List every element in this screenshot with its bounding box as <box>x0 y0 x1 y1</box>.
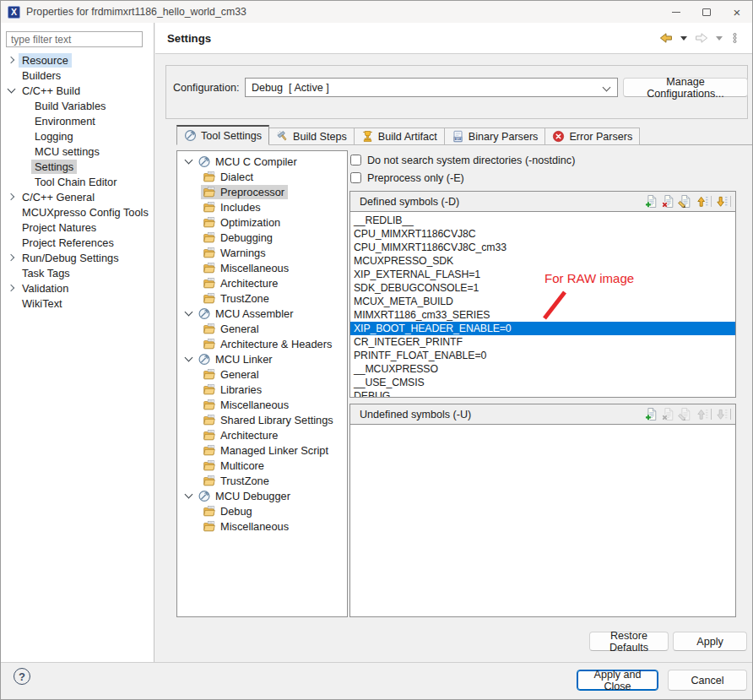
close-button[interactable]: × <box>722 1 752 23</box>
chevron-down-icon[interactable] <box>4 84 19 97</box>
tool-tree-item-mcu-linker[interactable]: MCU Linker <box>177 351 347 366</box>
apply-button[interactable]: Apply <box>673 632 747 651</box>
defined-symbol-row[interactable]: __MCUXPRESSO <box>350 362 735 376</box>
move-up-symbol-button[interactable] <box>693 193 710 209</box>
forward-history-caret-icon[interactable] <box>716 36 723 41</box>
sidebar-item-task-tags[interactable]: Task Tags <box>1 265 153 280</box>
defined-symbol-row[interactable]: DEBUG <box>350 389 735 398</box>
chevron-down-icon[interactable] <box>181 307 196 320</box>
sidebar-item-build-variables[interactable]: Build Variables <box>1 98 153 113</box>
checkbox-nostdinc[interactable] <box>350 155 361 166</box>
tool-tree-item-dialect[interactable]: Dialect <box>177 169 347 184</box>
tab-build-steps[interactable]: Build Steps <box>268 128 355 145</box>
defined-symbol-row[interactable]: __REDLIB__ <box>350 214 735 227</box>
back-history-caret-icon[interactable] <box>680 36 687 41</box>
tool-tree-item-architecture[interactable]: Architecture <box>177 427 347 442</box>
add-symbol-button[interactable] <box>642 193 659 209</box>
tool-tree-item-multicore[interactable]: Multicore <box>177 458 347 473</box>
cancel-button[interactable]: Cancel <box>668 670 747 691</box>
checkbox-row-nostdinc[interactable]: Do not search system directories (-nostd… <box>350 153 575 167</box>
tool-tree-item-trustzone[interactable]: TrustZone <box>177 473 347 488</box>
sidebar-item-logging[interactable]: Logging <box>1 128 153 144</box>
sidebar-item-mcu-settings[interactable]: MCU settings <box>1 144 153 159</box>
tool-tree-item-managed-linker-script[interactable]: Managed Linker Script <box>177 442 347 458</box>
configuration-select[interactable]: Debug [ Active ] <box>245 78 618 97</box>
delete-symbol-button[interactable] <box>659 193 676 209</box>
chevron-right-icon[interactable] <box>4 251 19 264</box>
chevron-right-icon[interactable] <box>4 281 19 295</box>
minimize-button[interactable] <box>661 1 691 23</box>
add-symbol-button[interactable] <box>642 406 659 422</box>
sidebar-item-run-debug-settings[interactable]: Run/Debug Settings <box>1 250 153 265</box>
defined-symbol-row[interactable]: SDK_DEBUGCONSOLE=1 <box>350 281 735 295</box>
tool-tree-item-includes[interactable]: Includes <box>177 199 347 214</box>
sidebar-item-environment[interactable]: Environment <box>1 113 153 128</box>
tool-tree-item-miscellaneous[interactable]: Miscellaneous <box>177 260 347 275</box>
move-down-symbol-button[interactable] <box>712 193 729 209</box>
back-button[interactable] <box>657 30 675 46</box>
sidebar-item-project-references[interactable]: Project References <box>1 235 153 250</box>
tool-tree-item-architecture[interactable]: Architecture <box>177 275 347 290</box>
defined-symbol-row[interactable]: CR_INTEGER_PRINTF <box>350 335 735 349</box>
sidebar-item-c-c-build[interactable]: C/C++ Build <box>1 83 153 98</box>
sidebar-item-resource[interactable]: Resource <box>1 52 153 68</box>
tool-tree-item-shared-library-settings[interactable]: Shared Library Settings <box>177 412 347 427</box>
sidebar-item-c-c-general[interactable]: C/C++ General <box>1 189 153 204</box>
tool-tree-item-debugging[interactable]: Debugging <box>177 230 347 245</box>
sidebar-item-validation[interactable]: Validation <box>1 280 153 296</box>
tool-tree-item-mcu-debugger[interactable]: MCU Debugger <box>177 488 347 503</box>
sidebar-item-project-natures[interactable]: Project Natures <box>1 220 153 235</box>
chevron-down-icon[interactable] <box>181 155 196 168</box>
sidebar-item-mcuxpresso-config-tools[interactable]: MCUXpresso Config Tools <box>1 204 153 220</box>
tab-binary-parsers[interactable]: Binary Parsers <box>444 128 546 145</box>
sidebar-item-builders[interactable]: Builders <box>1 68 153 83</box>
defined-symbol-row[interactable]: CPU_MIMXRT1186CVJ8C_cm33 <box>350 241 735 254</box>
tool-tree-item-architecture-headers[interactable]: Architecture & Headers <box>177 336 347 351</box>
tool-tree-item-debug[interactable]: Debug <box>177 503 347 518</box>
defined-symbol-row[interactable]: CPU_MIMXRT1186CVJ8C <box>350 227 735 241</box>
defined-symbol-row[interactable]: MIMXRT1186_cm33_SERIES <box>350 308 735 322</box>
sidebar-item-wikitext[interactable]: WikiText <box>1 296 153 311</box>
chevron-down-icon[interactable] <box>181 489 196 502</box>
undefined-symbols-list[interactable] <box>349 424 736 617</box>
folder-icon <box>203 186 216 198</box>
tab-tool-settings[interactable]: Tool Settings <box>176 125 269 145</box>
tool-tree-item-optimization[interactable]: Optimization <box>177 214 347 230</box>
tab-build-artifact[interactable]: Build Artifact <box>354 128 445 145</box>
tool-tree-item-miscellaneous[interactable]: Miscellaneous <box>177 518 347 534</box>
tab-error-parsers[interactable]: Error Parsers <box>544 128 640 145</box>
tool-tree-item-general[interactable]: General <box>177 366 347 382</box>
manage-configurations-button[interactable]: Manage Configurations... <box>623 78 748 97</box>
checkbox-preprocess-only[interactable] <box>350 172 361 183</box>
chevron-right-icon[interactable] <box>4 190 19 203</box>
folder-icon <box>203 444 216 457</box>
tool-tree-item-libraries[interactable]: Libraries <box>177 382 347 397</box>
defined-symbol-row[interactable]: PRINTF_FLOAT_ENABLE=0 <box>350 349 735 362</box>
defined-symbol-row[interactable]: XIP_BOOT_HEADER_ENABLE=0 <box>350 322 735 335</box>
view-menu-button[interactable] <box>728 30 742 46</box>
tool-tree-item-trustzone[interactable]: TrustZone <box>177 290 347 306</box>
sidebar-item-tool-chain-editor[interactable]: Tool Chain Editor <box>1 174 153 189</box>
maximize-button[interactable] <box>691 1 722 23</box>
edit-symbol-button[interactable] <box>676 193 693 209</box>
tool-tree-item-preprocessor[interactable]: Preprocessor <box>177 184 347 199</box>
defined-symbol-row[interactable]: MCUXPRESSO_SDK <box>350 254 735 268</box>
tool-tree-item-miscellaneous[interactable]: Miscellaneous <box>177 397 347 412</box>
tool-tree-item-mcu-c-compiler[interactable]: MCU C Compiler <box>177 154 347 169</box>
forward-button[interactable] <box>692 30 711 46</box>
defined-symbols-list[interactable]: __REDLIB__CPU_MIMXRT1186CVJ8CCPU_MIMXRT1… <box>349 211 736 398</box>
chevron-down-icon[interactable] <box>181 352 196 366</box>
defined-symbol-row[interactable]: MCUX_META_BUILD <box>350 295 735 308</box>
tool-tree-item-general[interactable]: General <box>177 321 347 336</box>
restore-defaults-button[interactable]: Restore Defaults <box>589 632 669 651</box>
sidebar-item-settings[interactable]: Settings <box>1 159 153 174</box>
tool-tree-item-warnings[interactable]: Warnings <box>177 245 347 260</box>
checkbox-row-preprocess-only[interactable]: Preprocess only (-E) <box>350 171 464 185</box>
tool-tree-item-mcu-assembler[interactable]: MCU Assembler <box>177 306 347 321</box>
filter-input[interactable] <box>6 31 143 47</box>
apply-and-close-button[interactable]: Apply and Close <box>577 670 658 691</box>
help-button[interactable]: ? <box>14 668 30 685</box>
defined-symbol-row[interactable]: __USE_CMSIS <box>350 376 735 389</box>
chevron-right-icon[interactable] <box>4 53 19 67</box>
defined-symbol-row[interactable]: XIP_EXTERNAL_FLASH=1 <box>350 268 735 281</box>
